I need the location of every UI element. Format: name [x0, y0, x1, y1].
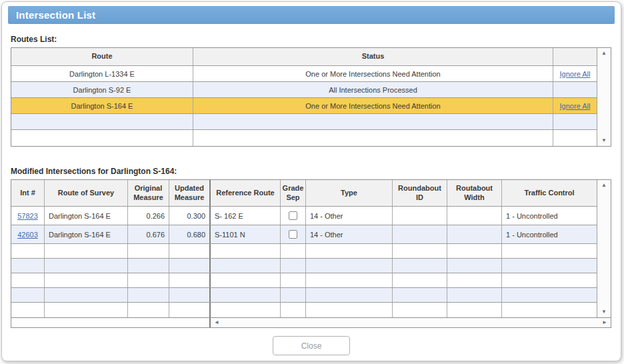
ignore-all-link[interactable]: Ignore All [560, 70, 591, 78]
grade-sep-cell [281, 225, 306, 243]
roundabout-id-cell [393, 225, 447, 243]
intersections-header-cell: Roundabout ID [393, 180, 447, 206]
dialog-footer: Close [11, 336, 612, 355]
status-cell: All Intersections Processed [193, 82, 553, 97]
routabout-width-cell [447, 207, 502, 225]
updated-measure-cell [169, 303, 211, 317]
roundabout-id-cell [393, 259, 447, 273]
routabout-width-cell [447, 259, 502, 273]
intersection-row[interactable]: 57823 Darlington S-164 E 0.266 0.300 S- … [11, 207, 597, 225]
routabout-width-cell [447, 244, 502, 258]
scroll-up-icon[interactable]: ▲ [601, 183, 607, 188]
routes-table-row[interactable]: Darlington S-164 E One or More Intersect… [11, 98, 597, 114]
int-number-cell [11, 288, 45, 302]
intersections-header-cell: Int # [11, 180, 45, 206]
intersection-row[interactable] [11, 244, 597, 259]
int-number-cell [11, 259, 45, 273]
traffic-control-cell [502, 244, 597, 258]
route-of-survey-cell [45, 288, 128, 302]
intersection-row[interactable] [11, 273, 597, 288]
route-cell: Darlington L-1334 E [11, 66, 193, 81]
intersection-row[interactable] [11, 259, 597, 273]
dialog-content: Routes List: RouteStatus Darlington L-13… [2, 35, 621, 355]
action-cell [553, 114, 597, 129]
int-number-cell [11, 303, 45, 317]
reference-route-cell [211, 244, 281, 258]
routes-vertical-scrollbar[interactable]: ▲ ▼ [597, 48, 611, 146]
type-cell: 14 - Other [306, 207, 393, 225]
intersections-header-row: Int #Route of SurveyOriginal MeasureUpda… [11, 180, 597, 207]
intersection-row[interactable] [11, 288, 597, 303]
routes-header-cell: Status [193, 48, 553, 65]
type-cell: 14 - Other [306, 225, 393, 243]
type-cell [306, 303, 393, 317]
updated-measure-cell [169, 244, 211, 258]
reference-route-cell [211, 303, 281, 317]
ignore-all-link[interactable]: Ignore All [560, 102, 591, 110]
route-cell: Darlington S-164 E [11, 98, 193, 113]
grade-sep-checkbox[interactable] [289, 211, 297, 220]
int-number-cell: 57823 [11, 207, 45, 225]
intersection-list-dialog: Intersection List Routes List: RouteStat… [1, 1, 621, 361]
intersection-row[interactable]: 42603 Darlington S-164 E 0.676 0.680 S-1… [11, 225, 597, 244]
original-measure-cell [128, 259, 169, 273]
dialog-title: Intersection List [16, 9, 95, 21]
scroll-right-icon[interactable]: ► [602, 320, 607, 325]
type-cell [306, 273, 393, 287]
routes-table-row[interactable]: Darlington L-1334 E One or More Intersec… [11, 66, 597, 82]
reference-route-cell [211, 288, 281, 302]
routes-table-row[interactable] [11, 114, 597, 130]
horizontal-scroll-track[interactable]: ◄ ► [211, 318, 611, 327]
original-measure-cell [128, 244, 169, 258]
grade-sep-cell [281, 288, 306, 302]
traffic-control-cell [502, 288, 597, 302]
routes-header-cell: Route [11, 48, 193, 65]
intersections-header-cell: Original Measure [128, 180, 169, 206]
modified-intersections-label: Modified Intersections for Darlington S-… [11, 167, 612, 176]
updated-measure-cell [169, 259, 211, 273]
updated-measure-cell: 0.300 [169, 207, 211, 225]
scroll-down-icon[interactable]: ▼ [601, 138, 607, 143]
int-number-link[interactable]: 57823 [17, 212, 38, 220]
intersections-header-cell: Grade Sep [281, 180, 306, 206]
intersections-header-cell: Traffic Control [502, 180, 597, 206]
route-of-survey-cell [45, 259, 128, 273]
routabout-width-cell [447, 288, 502, 302]
roundabout-id-cell [393, 288, 447, 302]
routes-table-row[interactable]: Darlington S-92 E All Intersections Proc… [11, 82, 597, 98]
frozen-columns-spacer [11, 318, 211, 327]
roundabout-id-cell [393, 207, 447, 225]
reference-route-cell: S-1101 N [211, 225, 281, 243]
routabout-width-cell [447, 303, 502, 317]
action-cell [553, 130, 597, 146]
status-cell [193, 130, 553, 146]
original-measure-cell [128, 288, 169, 302]
original-measure-cell: 0.266 [128, 207, 169, 225]
traffic-control-cell: 1 - Uncontrolled [502, 225, 597, 243]
reference-route-cell: S- 162 E [211, 207, 281, 225]
intersection-row[interactable] [11, 303, 597, 317]
updated-measure-cell [169, 273, 211, 287]
int-number-cell [11, 273, 45, 287]
intersections-table: Int #Route of SurveyOriginal MeasureUpda… [11, 179, 611, 328]
scroll-left-icon[interactable]: ◄ [214, 320, 219, 325]
route-cell [11, 130, 193, 146]
reference-route-cell [211, 273, 281, 287]
routes-header-row: RouteStatus [11, 48, 597, 66]
route-of-survey-cell [45, 244, 128, 258]
intersections-vertical-scrollbar[interactable]: ▲ ▼ [597, 180, 611, 317]
int-number-link[interactable]: 42603 [17, 231, 38, 239]
close-button[interactable]: Close [273, 336, 350, 355]
intersections-horizontal-scrollbar[interactable]: ◄ ► [11, 317, 611, 327]
routes-table-row[interactable] [11, 130, 597, 146]
intersections-header-cell: Reference Route [211, 180, 281, 206]
grade-sep-checkbox[interactable] [289, 230, 297, 239]
scroll-down-icon[interactable]: ▼ [601, 309, 607, 315]
intersections-header-cell: Updated Measure [169, 180, 211, 206]
grade-sep-cell [281, 273, 306, 287]
scroll-up-icon[interactable]: ▲ [601, 51, 607, 56]
roundabout-id-cell [393, 303, 447, 317]
routabout-width-cell [447, 273, 502, 287]
routes-table: RouteStatus Darlington L-1334 E One or M… [11, 47, 611, 147]
status-cell [193, 114, 553, 129]
